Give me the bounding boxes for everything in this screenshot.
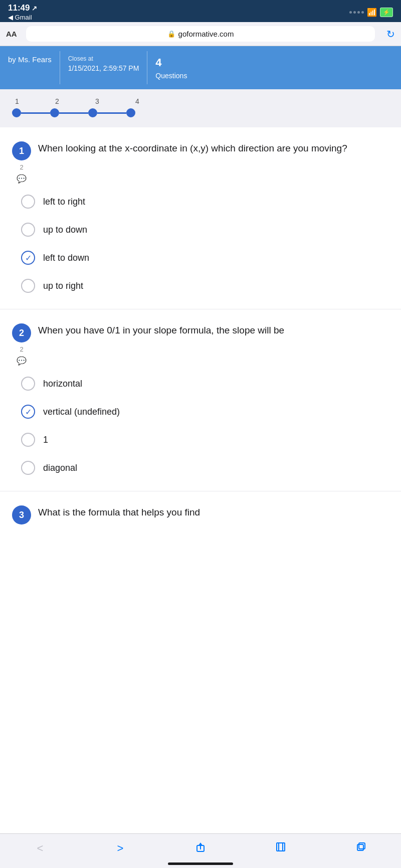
option-2-1[interactable]: horizontal	[17, 371, 389, 397]
option-1-1-label: left to right	[43, 197, 85, 207]
radio-1-3[interactable]: ✓	[21, 251, 35, 265]
closes-datetime: 1/15/2021, 2:59:57 PM	[68, 63, 139, 74]
svg-rect-6	[359, 843, 365, 849]
question-1-options: left to right up to down ✓ left to down …	[12, 189, 389, 299]
question-count-info: 4 Questions	[147, 51, 195, 84]
main-content: 1 2 💬 When looking at the x-coordinate i…	[0, 127, 401, 545]
bookmarks-icon	[275, 841, 286, 855]
option-2-2-label: vertical (undefined)	[43, 407, 120, 417]
question-2-block: 2 2 💬 When you have 0/1 in your slope fo…	[0, 309, 401, 491]
font-size-control[interactable]: AA	[6, 30, 21, 38]
option-1-3-label: left to down	[43, 253, 89, 263]
refresh-button[interactable]: ↻	[380, 28, 395, 40]
step-label-3[interactable]: 3	[92, 97, 102, 105]
option-1-1[interactable]: left to right	[17, 189, 389, 215]
progress-line-2	[59, 112, 88, 114]
status-left: 11:49 ↗ ◀ Gmail	[8, 3, 37, 21]
author-name: by Ms. Fears	[8, 54, 52, 66]
time-display: 11:49	[8, 3, 30, 13]
option-2-3[interactable]: 1	[17, 427, 389, 453]
url-bar[interactable]: 🔒 goformative.com	[26, 26, 375, 42]
status-right: 📶 ⚡	[349, 8, 393, 17]
question-2-text: When you have 0/1 in your slope formula,…	[38, 323, 389, 337]
radio-1-4[interactable]	[21, 279, 35, 293]
question-3-badge: 3	[12, 505, 31, 525]
option-2-4-label: diagonal	[43, 463, 77, 473]
question-1-block: 1 2 💬 When looking at the x-coordinate i…	[0, 127, 401, 309]
share-icon	[195, 841, 206, 855]
comment-icon-1[interactable]: 💬	[17, 174, 27, 184]
forward-icon: >	[117, 842, 124, 855]
browser-bar: AA 🔒 goformative.com ↻	[0, 22, 401, 46]
lock-icon: 🔒	[167, 30, 175, 38]
bookmarks-button[interactable]	[270, 839, 292, 858]
author-info: by Ms. Fears	[8, 51, 60, 84]
radio-2-2[interactable]: ✓	[21, 405, 35, 419]
radio-1-2[interactable]	[21, 223, 35, 237]
url-text: goformative.com	[178, 30, 234, 38]
tabs-icon	[355, 841, 366, 855]
status-time: 11:49 ↗	[8, 3, 37, 13]
option-1-2-label: up to down	[43, 225, 87, 235]
progress-section: 1 2 3 4	[0, 89, 401, 127]
checkmark-2-2: ✓	[25, 407, 32, 417]
battery-icon: ⚡	[380, 8, 393, 17]
checkmark-1-3: ✓	[25, 253, 32, 263]
step-dot-2[interactable]	[50, 108, 59, 117]
back-button[interactable]: <	[29, 839, 51, 858]
step-dot-1[interactable]	[12, 108, 21, 117]
question-1-points: 2	[20, 163, 23, 171]
option-2-4[interactable]: diagonal	[17, 455, 389, 481]
status-bar: 11:49 ↗ ◀ Gmail 📶 ⚡	[0, 0, 401, 22]
step-label-1[interactable]: 1	[12, 97, 22, 105]
radio-2-3[interactable]	[21, 433, 35, 447]
progress-bar	[12, 108, 389, 117]
step-dot-3[interactable]	[88, 108, 97, 117]
tabs-button[interactable]	[350, 839, 372, 858]
radio-2-4[interactable]	[21, 461, 35, 475]
question-1-badge: 1	[12, 141, 31, 160]
option-2-3-label: 1	[43, 435, 48, 445]
question-2-points: 2	[20, 345, 23, 353]
gmail-back-label[interactable]: ◀ Gmail	[8, 14, 32, 21]
option-1-4[interactable]: up to right	[17, 273, 389, 299]
question-2-badge: 2	[12, 323, 31, 342]
closing-info: Closes at 1/15/2021, 2:59:57 PM	[60, 51, 148, 84]
option-1-2[interactable]: up to down	[17, 217, 389, 243]
step-label-2[interactable]: 2	[52, 97, 62, 105]
forward-button[interactable]: >	[109, 839, 131, 858]
comment-icon-2[interactable]: 💬	[17, 356, 27, 366]
option-2-1-label: horizontal	[43, 379, 82, 389]
question-count-label: Questions	[155, 71, 187, 81]
question-count-number: 4	[155, 54, 187, 71]
option-2-2[interactable]: ✓ vertical (undefined)	[17, 399, 389, 425]
progress-track	[12, 108, 135, 117]
back-icon: <	[37, 842, 44, 855]
option-1-3[interactable]: ✓ left to down	[17, 245, 389, 271]
assignment-header: by Ms. Fears Closes at 1/15/2021, 2:59:5…	[0, 46, 401, 89]
gmail-back[interactable]: ◀ Gmail	[8, 14, 37, 21]
share-button[interactable]	[189, 839, 212, 858]
home-indicator	[168, 862, 233, 865]
wifi-icon: 📶	[367, 8, 377, 17]
option-1-4-label: up to right	[43, 281, 83, 291]
closes-label: Closes at	[68, 54, 139, 63]
svg-rect-2	[277, 843, 285, 851]
svg-rect-5	[357, 844, 363, 850]
radio-2-1[interactable]	[21, 377, 35, 391]
progress-line-3	[97, 112, 126, 114]
progress-line-1	[21, 112, 50, 114]
radio-1-1[interactable]	[21, 195, 35, 209]
question-3-text: What is the formula that helps you find	[38, 505, 389, 519]
location-icon: ↗	[32, 5, 37, 12]
question-2-options: horizontal ✓ vertical (undefined) 1 diag…	[12, 371, 389, 481]
question-3-teaser: 3 What is the formula that helps you fin…	[0, 491, 401, 545]
question-1-text: When looking at the x-coordinate in (x,y…	[38, 141, 389, 155]
step-labels: 1 2 3 4	[12, 97, 389, 105]
step-label-4[interactable]: 4	[132, 97, 142, 105]
step-dot-4[interactable]	[126, 108, 135, 117]
signal-icon	[349, 11, 364, 14]
